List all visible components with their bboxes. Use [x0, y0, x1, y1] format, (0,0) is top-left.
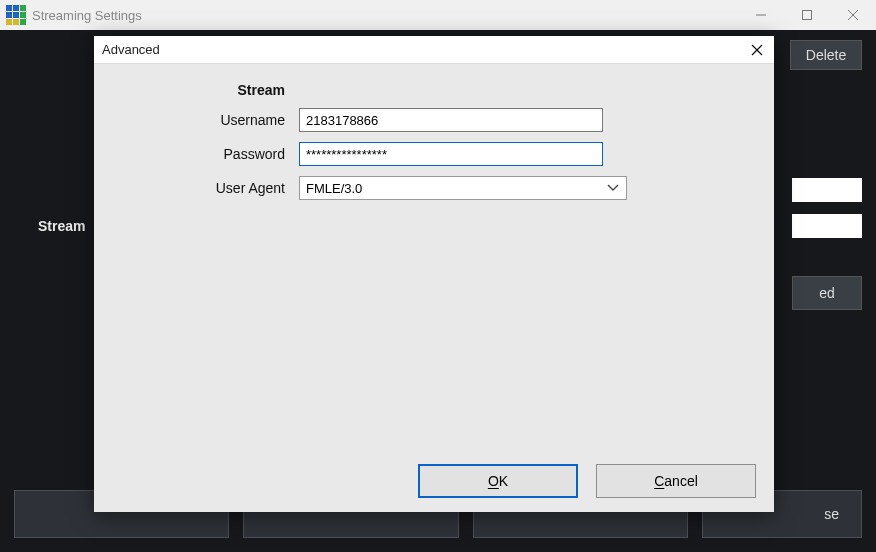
parent-close-button[interactable] — [830, 0, 876, 30]
cancel-button[interactable]: Cancel — [596, 464, 756, 498]
dialog-title: Advanced — [102, 42, 160, 57]
user-agent-value[interactable] — [299, 176, 627, 200]
password-input[interactable] — [299, 142, 603, 166]
background-button-partial[interactable]: ed — [792, 276, 862, 310]
username-label: Username — [94, 112, 299, 128]
stream-section-label: Stream — [38, 218, 85, 234]
close-icon — [751, 44, 763, 56]
dialog-close-button[interactable] — [746, 39, 768, 61]
user-agent-select[interactable] — [299, 176, 627, 200]
username-input[interactable] — [299, 108, 603, 132]
ok-button[interactable]: OK — [418, 464, 578, 498]
dialog-button-row: OK Cancel — [94, 450, 774, 512]
svg-rect-1 — [803, 11, 812, 20]
minimize-icon — [756, 10, 766, 20]
advanced-dialog: Advanced Stream Username Password User A… — [94, 36, 774, 512]
parent-window-title: Streaming Settings — [32, 8, 142, 23]
user-agent-label: User Agent — [94, 180, 299, 196]
background-input-2[interactable] — [792, 214, 862, 238]
parent-titlebar: Streaming Settings — [0, 0, 876, 30]
close-icon — [848, 10, 858, 20]
dialog-body: Stream Username Password User Agent — [94, 64, 774, 450]
password-label: Password — [94, 146, 299, 162]
maximize-icon — [802, 10, 812, 20]
parent-maximize-button[interactable] — [784, 0, 830, 30]
background-input-1[interactable] — [792, 178, 862, 202]
app-logo-icon — [6, 5, 26, 25]
dialog-titlebar: Advanced — [94, 36, 774, 64]
parent-minimize-button[interactable] — [738, 0, 784, 30]
delete-button[interactable]: Delete — [790, 40, 862, 70]
stream-section-heading: Stream — [94, 82, 299, 98]
